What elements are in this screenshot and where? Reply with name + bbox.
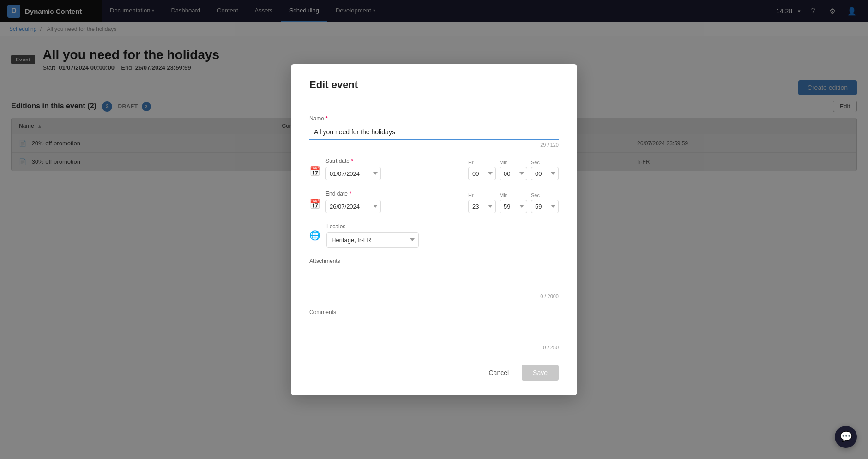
name-label: Name * [309,115,559,122]
modal-title: Edit event [309,79,559,91]
start-min-select[interactable]: 00 [500,167,527,180]
start-date-select[interactable]: 01/07/2024 [326,167,381,180]
start-time-group: Hr 00 Min 00 Sec 00 [468,160,559,180]
start-sec-select[interactable]: 00 [531,167,559,180]
name-counter: 29 / 120 [309,142,559,148]
edit-event-modal: Edit event Name * 29 / 120 📅 Start date … [291,64,577,183]
required-marker: * [326,115,328,122]
start-date-row: 📅 Start date * 01/07/2024 Hr 00 [309,158,559,180]
sec-label: Sec [531,160,559,165]
calendar-icon: 📅 [309,166,321,177]
start-date-field-group: 📅 Start date * 01/07/2024 Hr 00 [309,158,559,180]
start-date-group: Start date * 01/07/2024 [326,158,464,180]
modal-overlay: Edit event Name * 29 / 120 📅 Start date … [0,0,868,182]
start-sec-field: Sec 00 [531,160,559,180]
hr-label: Hr [468,160,496,165]
start-hr-select[interactable]: 00 [468,167,496,180]
start-hr-field: Hr 00 [468,160,496,180]
required-marker: * [351,158,353,164]
start-date-label: Start date * [326,158,464,164]
name-input[interactable] [309,125,559,140]
start-min-field: Min 00 [500,160,527,180]
name-field-group: Name * 29 / 120 [309,115,559,148]
modal-divider [291,104,577,104]
min-label: Min [500,160,527,165]
